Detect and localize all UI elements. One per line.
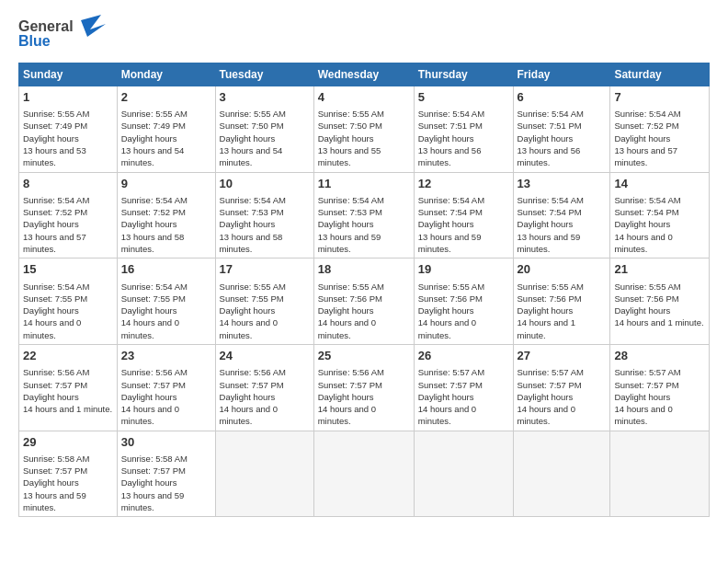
daylight-label: Daylight hours [418, 392, 474, 402]
day-number: 9 [121, 176, 211, 192]
sunset: Sunset: 7:57 PM [23, 380, 87, 390]
day-number: 12 [418, 176, 509, 192]
day-number: 14 [614, 176, 705, 192]
calendar-cell: 1Sunrise: 5:55 AMSunset: 7:49 PMDaylight… [19, 86, 118, 173]
calendar-cell: 8Sunrise: 5:54 AMSunset: 7:52 PMDaylight… [19, 172, 118, 259]
calendar-cell: 22Sunrise: 5:56 AMSunset: 7:57 PMDayligh… [19, 345, 118, 431]
daylight-value: 13 hours and 59 minutes. [518, 232, 581, 254]
day-number: 23 [121, 348, 211, 364]
daylight-value: 14 hours and 0 minutes. [318, 404, 376, 426]
daylight-label: Daylight hours [121, 392, 177, 402]
daylight-value: 13 hours and 57 minutes. [614, 145, 677, 167]
calendar-cell: 11Sunrise: 5:54 AMSunset: 7:53 PMDayligh… [313, 172, 414, 259]
daylight-label: Daylight hours [23, 305, 79, 316]
sunrise: Sunrise: 5:55 AM [23, 109, 89, 119]
day-number: 10 [220, 176, 310, 192]
calendar-table: SundayMondayTuesdayWednesdayThursdayFrid… [18, 63, 710, 517]
day-number: 28 [614, 348, 705, 364]
day-number: 8 [23, 176, 113, 192]
day-number: 7 [614, 89, 705, 106]
sunset: Sunset: 7:54 PM [418, 207, 483, 217]
logo-text: General Blue [18, 15, 119, 55]
sunrise: Sunrise: 5:56 AM [220, 367, 286, 377]
sunrise: Sunrise: 5:54 AM [614, 109, 680, 119]
daylight-label: Daylight hours [23, 133, 79, 144]
day-number: 20 [518, 261, 607, 278]
sunrise: Sunrise: 5:54 AM [121, 282, 188, 292]
calendar-cell: 4Sunrise: 5:55 AMSunset: 7:50 PMDaylight… [313, 86, 414, 173]
daylight-value: 14 hours and 0 minutes. [121, 404, 179, 426]
daylight-value: 14 hours and 0 minutes. [518, 404, 575, 426]
calendar-cell [313, 431, 414, 517]
sunrise: Sunrise: 5:56 AM [318, 367, 384, 377]
daylight-value: 13 hours and 59 minutes. [23, 490, 86, 512]
daylight-label: Daylight hours [614, 305, 670, 316]
daylight-value: 13 hours and 56 minutes. [518, 145, 581, 167]
sunset: Sunset: 7:55 PM [220, 293, 284, 304]
daylight-value: 13 hours and 55 minutes. [318, 145, 381, 167]
calendar-cell: 10Sunrise: 5:54 AMSunset: 7:53 PMDayligh… [215, 172, 313, 259]
sunset: Sunset: 7:52 PM [23, 207, 87, 217]
calendar-cell: 16Sunrise: 5:54 AMSunset: 7:55 PMDayligh… [117, 259, 215, 345]
sunrise: Sunrise: 5:57 AM [518, 367, 584, 377]
calendar-cell: 23Sunrise: 5:56 AMSunset: 7:57 PMDayligh… [117, 345, 215, 431]
daylight-value: 13 hours and 57 minutes. [23, 232, 86, 254]
daylight-value: 14 hours and 0 minutes. [318, 317, 376, 339]
calendar-cell: 25Sunrise: 5:56 AMSunset: 7:57 PMDayligh… [313, 345, 414, 431]
daylight-value: 14 hours and 0 minutes. [23, 317, 81, 339]
sunrise: Sunrise: 5:55 AM [318, 109, 384, 119]
calendar-cell: 27Sunrise: 5:57 AMSunset: 7:57 PMDayligh… [513, 345, 610, 431]
sunrise: Sunrise: 5:55 AM [518, 282, 584, 292]
week-row: 1Sunrise: 5:55 AMSunset: 7:49 PMDaylight… [19, 86, 710, 173]
sunset: Sunset: 7:55 PM [23, 293, 87, 304]
sunset: Sunset: 7:49 PM [23, 121, 87, 131]
sunset: Sunset: 7:51 PM [418, 121, 483, 131]
sunset: Sunset: 7:53 PM [220, 207, 284, 217]
calendar-cell: 2Sunrise: 5:55 AMSunset: 7:49 PMDaylight… [117, 86, 215, 173]
day-number: 3 [220, 89, 310, 106]
daylight-value: 14 hours and 1 minute. [614, 317, 703, 327]
daylight-value: 13 hours and 58 minutes. [220, 232, 283, 254]
header: General Blue [18, 15, 710, 55]
daylight-label: Daylight hours [318, 219, 374, 229]
sunset: Sunset: 7:54 PM [518, 207, 582, 217]
day-number: 15 [23, 261, 113, 278]
sunrise: Sunrise: 5:54 AM [518, 195, 584, 205]
sunrise: Sunrise: 5:55 AM [318, 282, 384, 292]
sunrise: Sunrise: 5:54 AM [23, 282, 89, 292]
daylight-label: Daylight hours [23, 219, 79, 229]
sunrise: Sunrise: 5:56 AM [121, 367, 188, 377]
sunset: Sunset: 7:57 PM [518, 380, 582, 390]
day-number: 16 [121, 261, 211, 278]
sunrise: Sunrise: 5:57 AM [614, 367, 680, 377]
calendar-cell: 7Sunrise: 5:54 AMSunset: 7:52 PMDaylight… [610, 86, 710, 173]
daylight-label: Daylight hours [518, 392, 574, 402]
daylight-label: Daylight hours [121, 133, 177, 144]
sunset: Sunset: 7:56 PM [614, 293, 678, 304]
col-header-thursday: Thursday [414, 63, 513, 86]
week-row: 15Sunrise: 5:54 AMSunset: 7:55 PMDayligh… [19, 259, 710, 345]
daylight-label: Daylight hours [318, 392, 374, 402]
daylight-label: Daylight hours [418, 219, 474, 229]
sunrise: Sunrise: 5:56 AM [23, 367, 89, 377]
day-number: 4 [318, 89, 410, 106]
sunset: Sunset: 7:54 PM [614, 207, 678, 217]
daylight-label: Daylight hours [220, 133, 276, 144]
calendar-cell [610, 431, 710, 517]
sunset: Sunset: 7:51 PM [518, 121, 582, 131]
calendar-cell: 17Sunrise: 5:55 AMSunset: 7:55 PMDayligh… [215, 259, 313, 345]
daylight-value: 13 hours and 59 minutes. [318, 232, 381, 254]
daylight-label: Daylight hours [518, 133, 574, 144]
daylight-value: 14 hours and 0 minutes. [220, 404, 278, 426]
calendar-cell: 13Sunrise: 5:54 AMSunset: 7:54 PMDayligh… [513, 172, 610, 259]
calendar-cell: 29Sunrise: 5:58 AMSunset: 7:57 PMDayligh… [19, 431, 118, 517]
col-header-sunday: Sunday [19, 63, 118, 86]
week-row: 22Sunrise: 5:56 AMSunset: 7:57 PMDayligh… [19, 345, 710, 431]
sunset: Sunset: 7:52 PM [121, 207, 186, 217]
sunrise: Sunrise: 5:55 AM [121, 109, 188, 119]
sunset: Sunset: 7:57 PM [23, 465, 87, 476]
daylight-value: 13 hours and 53 minutes. [23, 145, 86, 167]
sunset: Sunset: 7:50 PM [220, 121, 284, 131]
daylight-value: 13 hours and 58 minutes. [121, 232, 185, 254]
daylight-label: Daylight hours [614, 392, 670, 402]
